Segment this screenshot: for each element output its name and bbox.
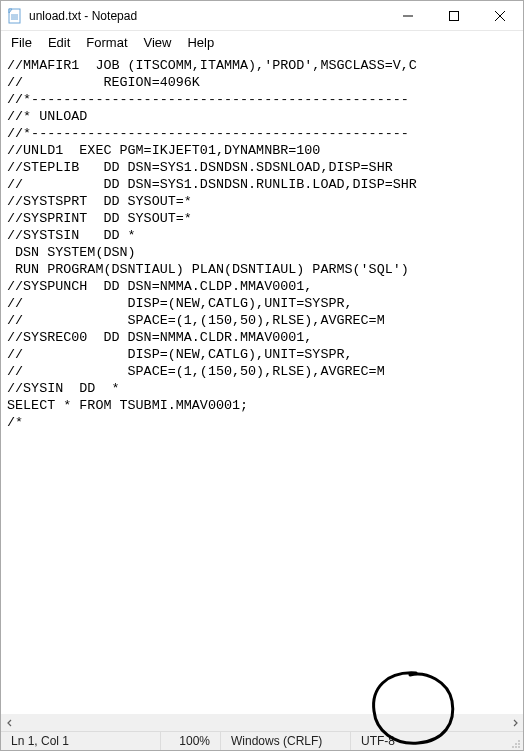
status-position: Ln 1, Col 1 [1,732,161,750]
svg-point-9 [515,746,517,748]
status-eol: Windows (CRLF) [221,732,351,750]
close-button[interactable] [477,1,523,31]
menu-bar: File Edit Format View Help [1,31,523,53]
resize-grip-icon[interactable] [507,732,523,751]
app-icon [7,8,23,24]
minimize-button[interactable] [385,1,431,31]
menu-help[interactable]: Help [179,33,222,52]
horizontal-scrollbar[interactable] [1,714,523,731]
status-encoding: UTF-8 [351,732,507,750]
scroll-left-icon[interactable] [1,714,18,731]
menu-file[interactable]: File [3,33,40,52]
svg-point-13 [518,740,520,742]
status-bar: Ln 1, Col 1 100% Windows (CRLF) UTF-8 [1,731,523,750]
svg-point-11 [512,746,514,748]
status-zoom: 100% [161,732,221,750]
menu-edit[interactable]: Edit [40,33,78,52]
svg-point-12 [515,743,517,745]
scroll-track[interactable] [18,714,506,731]
svg-point-8 [518,746,520,748]
menu-view[interactable]: View [136,33,180,52]
svg-point-10 [518,743,520,745]
svg-rect-5 [450,11,459,20]
maximize-button[interactable] [431,1,477,31]
window-title: unload.txt - Notepad [29,9,137,23]
title-bar: unload.txt - Notepad [1,1,523,31]
text-editor[interactable]: //MMAFIR1 JOB (ITSCOMM,ITAMMA),'PROD',MS… [1,53,523,714]
menu-format[interactable]: Format [78,33,135,52]
scroll-right-icon[interactable] [506,714,523,731]
